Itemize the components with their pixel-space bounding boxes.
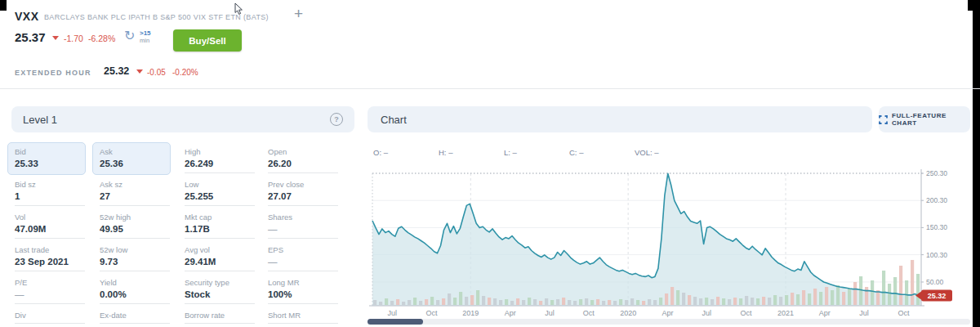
volume-bar (385, 298, 388, 305)
level1-field-ask[interactable]: Ask25.36 (92, 142, 171, 175)
full-feature-chart-button[interactable]: FULL-FEATURE CHART (879, 106, 970, 132)
volume-bar (379, 302, 382, 305)
help-icon[interactable]: ? (330, 113, 343, 126)
level1-field-ex-date: Ex-date (100, 311, 178, 324)
volume-bar (739, 298, 742, 305)
volume-bar (911, 260, 914, 305)
volume-bar (773, 295, 777, 305)
level1-field-52w-low: 52w low9.73 (100, 245, 178, 271)
volume-bar (693, 297, 697, 305)
current-price-tag-label: 25.32 (928, 292, 947, 300)
field-label: 52w low (100, 245, 178, 255)
volume-bar (813, 289, 817, 305)
volume-bar (613, 301, 617, 305)
level1-field-borrow-rate: Borrow rate (185, 311, 263, 324)
volume-bar (768, 298, 771, 305)
price-change-pct: -6.28% (88, 34, 115, 43)
y-axis-label: 50.00 (926, 278, 944, 286)
volume-bar (470, 295, 474, 305)
x-axis-label: Apr (505, 309, 516, 317)
volume-bar (516, 298, 519, 305)
volume-bar (482, 296, 485, 305)
y-axis-label: 150.30 (926, 223, 947, 231)
level1-field-div: Div (15, 311, 93, 324)
x-axis-label: Oct (583, 309, 595, 317)
level1-field-short-mr: Short MR (268, 311, 346, 324)
price-chart[interactable]: 250.30200.30150.30100.3050.00JulOct2019A… (368, 168, 972, 327)
level1-field-low: Low25.255 (185, 180, 263, 206)
volume-bar (802, 290, 805, 305)
volume-bar (865, 287, 868, 305)
volume-bar (579, 299, 582, 305)
field-label: EPS (268, 245, 346, 255)
volume-bar (562, 298, 565, 305)
volume-bar (831, 290, 834, 305)
volume-bar (533, 299, 537, 305)
field-label: High (185, 147, 263, 157)
volume-bar (653, 300, 657, 305)
volume-bar (762, 297, 765, 305)
volume-bar (459, 292, 462, 305)
volume-bar (476, 290, 479, 305)
volume-bar (728, 299, 731, 305)
volume-bar (842, 292, 845, 305)
field-value: 26.20 (268, 158, 346, 170)
volume-bar (853, 282, 857, 305)
level1-field-open: Open26.20 (268, 147, 346, 173)
volume-bar (390, 301, 394, 305)
volume-bar (619, 299, 622, 305)
field-value: Stock (185, 289, 263, 301)
volume-bar (590, 300, 594, 305)
level1-field-bid[interactable]: Bid25.33 (7, 142, 86, 175)
level1-field-shares: Shares— (268, 213, 346, 239)
volume-bar (539, 301, 542, 305)
buy-sell-button[interactable]: Buy/Sell (173, 29, 242, 52)
extended-hour-change: -0.05 (147, 68, 166, 77)
volume-bar (448, 293, 451, 305)
volume-bar (630, 298, 634, 305)
volume-bar (751, 298, 754, 305)
volume-bar (505, 299, 508, 305)
x-axis-label: Oct (741, 309, 753, 317)
volume-bar (733, 298, 737, 305)
chart-scrollbar-thumb[interactable] (368, 319, 423, 325)
refresh-icon[interactable]: ↻ (124, 29, 135, 43)
volume-bar (710, 299, 714, 305)
volume-bar (419, 301, 422, 305)
add-symbol-icon[interactable]: + (294, 6, 303, 21)
level1-field-mkt-cap: Mkt cap1.17B (185, 213, 263, 239)
field-label: P/E (15, 278, 93, 288)
volume-bar (779, 297, 782, 305)
extended-hour-label: EXTENDED HOUR (15, 69, 91, 77)
field-value: 25.33 (15, 158, 78, 170)
field-label: Open (268, 147, 346, 157)
down-arrow-icon (136, 69, 143, 74)
volume-bar (550, 300, 554, 305)
level1-field-yield: Yield0.00% (100, 278, 178, 304)
field-value: — (15, 289, 93, 301)
ohlc-h: H: – (439, 148, 452, 157)
volume-bar (493, 298, 497, 305)
volume-bar (785, 295, 788, 305)
volume-bar (608, 300, 611, 305)
level1-field-avg-vol: Avg vol29.41M (185, 245, 263, 271)
field-value: 26.249 (185, 158, 263, 170)
level1-field-last-trade: Last trade23 Sep 2021 (15, 245, 93, 271)
volume-bar (522, 300, 525, 305)
ohlc-l: L: – (504, 148, 517, 157)
field-label: Last trade (15, 245, 93, 255)
volume-bar (808, 293, 811, 305)
x-axis-label: Jul (545, 309, 555, 317)
volume-bar (665, 293, 668, 305)
volume-bar (465, 297, 468, 305)
full-feature-chart-label: FULL-FEATURE CHART (892, 112, 970, 127)
field-value: 27 (100, 190, 178, 203)
field-value: 0.00% (100, 289, 178, 301)
field-value: 1.17B (185, 223, 263, 235)
level1-field-eps: EPS— (268, 245, 346, 271)
expand-icon (879, 115, 888, 124)
chart-scrollbar-track[interactable] (368, 319, 970, 325)
volume-bar (425, 299, 428, 305)
x-axis-label: 2019 (462, 309, 479, 317)
volume-bar (688, 295, 691, 305)
